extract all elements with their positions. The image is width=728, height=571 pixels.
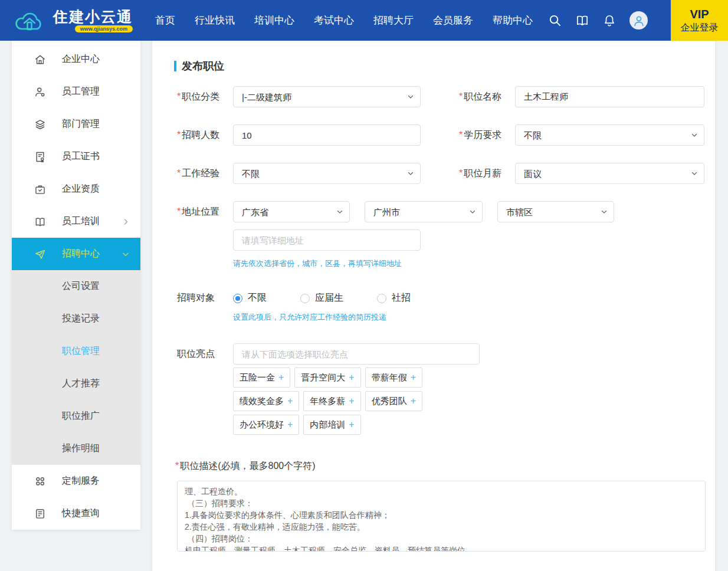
submenu-item-operation-details[interactable]: 操作明细: [12, 432, 140, 465]
tag-label: 晋升空间大: [301, 372, 345, 383]
cloud-house-logo-icon: [14, 8, 45, 34]
brand-logo[interactable]: 住建小云通 www.qjiansys.com: [14, 8, 133, 34]
book-icon[interactable]: [575, 14, 589, 27]
chevron-right-icon: [122, 218, 130, 226]
salary-select[interactable]: 面议: [515, 163, 704, 184]
radio-social-recruitment[interactable]: 社招: [377, 292, 411, 304]
avatar[interactable]: [629, 11, 648, 29]
job-category-select[interactable]: |-二级建筑师: [233, 86, 421, 107]
highlight-tag[interactable]: 五险一金: [233, 367, 290, 388]
sidebar-item-label: 员工培训: [62, 215, 100, 228]
job-name-input[interactable]: [515, 86, 704, 107]
plus-icon: [278, 372, 284, 383]
sidebar-item-enterprise-center[interactable]: 企业中心: [12, 43, 140, 76]
nav-item[interactable]: 培训中心: [254, 14, 294, 27]
nav-item[interactable]: 首页: [155, 14, 175, 27]
sidebar-item-employee-training[interactable]: 员工培训: [12, 205, 140, 238]
highlight-tag[interactable]: 带薪年假: [365, 367, 422, 388]
highlight-tag[interactable]: 优秀团队: [365, 391, 422, 411]
radio-icon: [300, 294, 310, 303]
sidebar-item-label: 部门管理: [62, 118, 100, 130]
description-label: *职位描述(必填，最多800个字符): [175, 460, 715, 472]
document-icon: [34, 508, 46, 520]
district-select[interactable]: 市辖区: [497, 201, 614, 222]
radio-unlimited[interactable]: 不限: [233, 292, 267, 304]
home-icon: [34, 54, 46, 65]
sidebar-item-label: 企业中心: [62, 53, 100, 65]
bell-icon[interactable]: [603, 14, 616, 27]
chevron-down-icon: [122, 250, 130, 258]
sidebar-item-label: 定制服务: [62, 475, 100, 487]
city-select[interactable]: 广州市: [365, 201, 483, 222]
main-nav: 首页行业快讯培训中心考试中心招聘大厅会员服务帮助中心: [155, 14, 533, 27]
search-icon[interactable]: [548, 14, 562, 27]
sidebar-item-label: 快捷查询: [62, 507, 100, 520]
sidebar-item-department-management[interactable]: 部门管理: [12, 108, 140, 140]
highlight-tags: 五险一金 晋升空间大 带薪年假 绩效奖金多 年终多薪 优秀团队 办公环境好 内部…: [233, 367, 487, 435]
radio-fresh-graduate[interactable]: 应届生: [300, 292, 343, 304]
address-detail-input[interactable]: [233, 229, 421, 251]
education-select[interactable]: 不限: [515, 124, 704, 146]
plus-icon: [287, 396, 293, 406]
highlight-tag[interactable]: 绩效奖金多: [233, 391, 299, 411]
target-radio-group: 不限 应届生 社招: [233, 292, 411, 304]
tag-label: 绩效奖金多: [240, 396, 284, 407]
plus-icon: [287, 419, 293, 430]
sidebar-item-quick-query[interactable]: 快捷查询: [12, 497, 140, 530]
vip-login-button[interactable]: VIP 企业登录: [671, 0, 728, 41]
vip-label: VIP: [690, 7, 709, 22]
submenu-item-company-settings[interactable]: 公司设置: [12, 270, 140, 303]
open-book-icon: [34, 216, 46, 228]
submenu-item-position-management[interactable]: 职位管理: [12, 335, 140, 367]
vip-sublabel: 企业登录: [681, 22, 719, 34]
submenu-item-label: 公司设置: [62, 280, 100, 293]
highlight-tag[interactable]: 内部培训: [303, 415, 360, 435]
submenu-item-label: 操作明细: [62, 442, 100, 455]
plus-icon: [349, 372, 354, 383]
submenu-item-label: 投递记录: [62, 313, 100, 325]
sidebar-item-custom-services[interactable]: 定制服务: [12, 465, 140, 497]
highlight-tag[interactable]: 年终多薪: [303, 391, 360, 411]
page-title-text: 发布职位: [182, 59, 224, 73]
description-textarea[interactable]: 理、工程造价。 （三）招聘要求： 1.具备岗位要求的身体条件、心理素质和团队合作…: [177, 481, 706, 552]
submenu-item-position-promotion[interactable]: 职位推广: [12, 400, 140, 432]
nav-item[interactable]: 帮助中心: [493, 14, 533, 27]
plus-icon: [349, 419, 354, 430]
title-accent-bar: [174, 61, 176, 71]
headcount-input[interactable]: [233, 124, 421, 146]
sidebar-item-employee-certificates[interactable]: 员工证书: [12, 140, 140, 173]
address-label: *地址位置: [177, 201, 233, 222]
radio-label: 应届生: [315, 292, 343, 304]
province-select[interactable]: 广东省: [233, 201, 350, 222]
salary-label: *职位月薪: [459, 168, 515, 180]
nav-item[interactable]: 会员服务: [433, 14, 473, 27]
headcount-label: *招聘人数: [177, 129, 233, 142]
tag-label: 带薪年假: [372, 372, 407, 383]
highlight-tag[interactable]: 办公环境好: [233, 415, 299, 435]
nav-item[interactable]: 招聘大厅: [373, 14, 414, 27]
radio-label: 不限: [248, 292, 267, 304]
nav-item[interactable]: 考试中心: [314, 14, 354, 27]
nav-item[interactable]: 行业快讯: [195, 14, 235, 27]
submenu-item-label: 职位管理: [62, 345, 100, 357]
sidebar-item-label: 招聘中心: [62, 248, 100, 260]
highlights-label: 职位亮点: [177, 348, 233, 360]
header-icons: [548, 11, 648, 29]
sidebar-item-recruitment-center[interactable]: 招聘中心: [12, 238, 140, 270]
highlight-tag[interactable]: 晋升空间大: [294, 367, 360, 388]
experience-select[interactable]: 不限: [233, 163, 421, 184]
sidebar-item-employee-management[interactable]: 员工管理: [12, 76, 140, 108]
submenu-item-delivery-records[interactable]: 投递记录: [12, 303, 140, 335]
plus-icon: [411, 396, 416, 406]
target-hint: 设置此项后，只允许对应工作经验的简历投递: [233, 312, 715, 323]
submenu-item-label: 人才推荐: [62, 378, 100, 390]
plus-icon: [349, 396, 354, 406]
layers-icon: [34, 119, 46, 130]
submenu-item-talent-recommendation[interactable]: 人才推荐: [12, 367, 140, 400]
brand-title: 住建小云通: [53, 9, 133, 24]
experience-label: *工作经验: [177, 168, 233, 180]
sidebar-item-enterprise-qualification[interactable]: 企业资质: [12, 173, 140, 205]
plus-icon: [411, 372, 416, 383]
highlights-input[interactable]: [233, 343, 480, 365]
tag-label: 年终多薪: [310, 396, 345, 407]
